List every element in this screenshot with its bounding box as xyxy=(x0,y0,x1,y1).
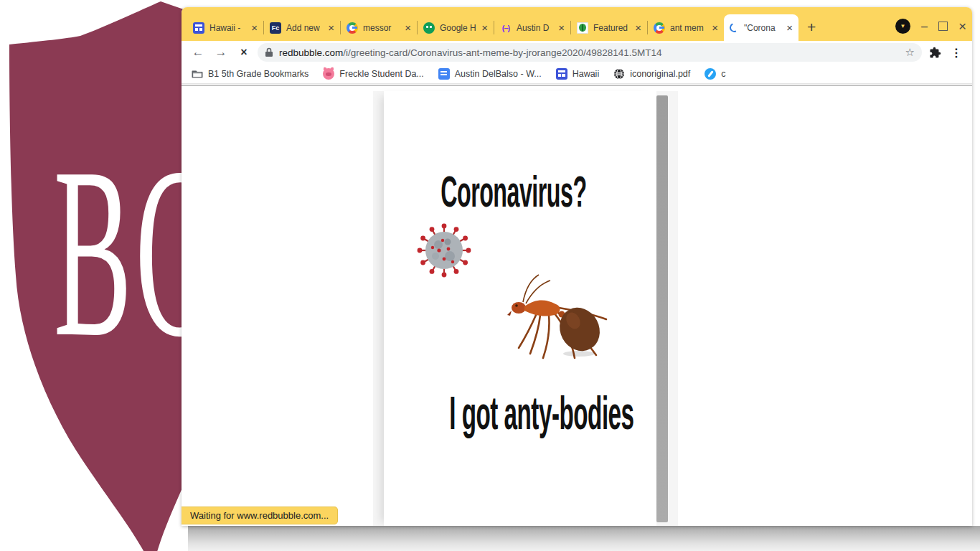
page-content: Coronavirus? xyxy=(182,85,972,526)
lock-icon xyxy=(265,47,273,57)
featured-favicon-icon xyxy=(577,22,588,34)
ant-image xyxy=(497,273,612,368)
card-caption: I got anty-bodies xyxy=(449,387,591,440)
card-spine xyxy=(656,95,668,522)
clever-favicon-icon: (–) xyxy=(500,22,512,34)
bookmark-folder-b1[interactable]: B1 5th Grade Bookmarks xyxy=(192,68,308,80)
bookmark-austin-delbalso[interactable]: Austin DelBalso - W... xyxy=(438,68,542,80)
tab-corona-active[interactable]: "Corona × xyxy=(724,14,798,41)
tab-strip: Hawaii - × Fc Add new × messor × Google … xyxy=(182,7,972,41)
globe-icon xyxy=(613,68,625,80)
tab-close-icon[interactable]: × xyxy=(712,22,718,33)
bookmark-hawaii[interactable]: Hawaii xyxy=(556,68,600,80)
new-tab-button[interactable]: + xyxy=(807,19,816,34)
pig-icon xyxy=(323,68,334,80)
compass-icon xyxy=(705,68,716,80)
tab-label: "Corona xyxy=(744,23,781,33)
window-drop-shadow xyxy=(188,526,980,551)
dashboard-icon xyxy=(556,68,567,80)
tab-austin[interactable]: (–) Austin D × xyxy=(494,14,570,41)
url-path: /i/greeting-card/Coronavirus-ant-meme-by… xyxy=(343,47,661,58)
coronavirus-image xyxy=(415,219,473,279)
extensions-puzzle-icon[interactable] xyxy=(926,44,943,61)
tab-close-icon[interactable]: × xyxy=(786,22,793,33)
tab-label: ant mem xyxy=(670,23,707,33)
bookmark-label: c xyxy=(721,69,725,79)
folder-icon xyxy=(192,68,203,80)
tab-close-icon[interactable]: × xyxy=(481,22,488,33)
loading-spinner-icon xyxy=(728,22,740,34)
tab-label: Austin D xyxy=(517,23,553,33)
tab-featured[interactable]: Featured × xyxy=(571,14,647,41)
google-favicon-icon xyxy=(347,22,358,34)
url-host: redbubble.com xyxy=(279,47,343,58)
greeting-card-image: Coronavirus? xyxy=(384,91,656,526)
caret-down-icon: ▼ xyxy=(900,23,906,29)
tab-google-hangouts[interactable]: Google H × xyxy=(418,14,494,41)
bookmark-iconoriginal-pdf[interactable]: iconoriginal.pdf xyxy=(613,68,690,80)
tab-close-icon[interactable]: × xyxy=(328,22,334,33)
tab-add-new[interactable]: Fc Add new × xyxy=(264,14,340,41)
toolbar: ← → × redbubble.com/i/greeting-card/Coro… xyxy=(182,41,972,64)
freckle-favicon-icon: Fc xyxy=(270,22,281,34)
forward-button[interactable]: → xyxy=(212,43,230,62)
browser-window: Hawaii - × Fc Add new × messor × Google … xyxy=(182,7,972,526)
bookmark-label: B1 5th Grade Bookmarks xyxy=(208,69,308,79)
window-controls: ▼ – × xyxy=(895,19,966,34)
stop-loading-button[interactable]: × xyxy=(235,43,253,62)
tab-label: Hawaii - xyxy=(209,23,246,33)
close-window-button[interactable]: × xyxy=(958,19,966,33)
url-text: redbubble.com/i/greeting-card/Coronaviru… xyxy=(279,47,900,58)
back-button[interactable]: ← xyxy=(189,43,207,62)
desktop: BC Hawaii - × Fc Add new × messor × xyxy=(0,0,980,551)
card-headline: Coronavirus? xyxy=(440,166,583,217)
bookmarks-bar: B1 5th Grade Bookmarks Freckle Student D… xyxy=(182,64,972,84)
minimize-button[interactable]: – xyxy=(921,21,928,32)
tab-close-icon[interactable]: × xyxy=(251,22,258,33)
dashboard-favicon-icon xyxy=(193,22,204,34)
tab-label: messor xyxy=(363,23,400,33)
bookmark-freckle[interactable]: Freckle Student Da... xyxy=(323,68,423,80)
bookmark-label: Austin DelBalso - W... xyxy=(455,69,542,79)
bookmark-label: iconoriginal.pdf xyxy=(630,69,690,79)
tab-hawaii[interactable]: Hawaii - × xyxy=(187,14,263,41)
tab-close-icon[interactable]: × xyxy=(558,22,565,33)
tab-messor[interactable]: messor × xyxy=(341,14,417,41)
bookmark-label: Freckle Student Da... xyxy=(339,69,423,79)
tab-label: Featured xyxy=(593,23,630,33)
bookmark-c[interactable]: c xyxy=(705,68,725,80)
tab-close-icon[interactable]: × xyxy=(405,22,411,33)
status-bubble: Waiting for www.redbubble.com... xyxy=(182,507,338,524)
maximize-button[interactable] xyxy=(938,22,948,31)
bookmark-star-icon[interactable]: ☆ xyxy=(905,46,915,59)
tab-search-button[interactable]: ▼ xyxy=(895,19,910,34)
tab-label: Google H xyxy=(440,23,476,33)
document-icon xyxy=(438,68,450,80)
hangouts-favicon-icon xyxy=(423,22,435,34)
bookmark-label: Hawaii xyxy=(573,69,600,79)
google-favicon-icon xyxy=(654,22,665,34)
address-bar[interactable]: redbubble.com/i/greeting-card/Coronaviru… xyxy=(258,43,922,62)
browser-menu-icon[interactable]: ⋮ xyxy=(948,44,965,61)
tab-label: Add new xyxy=(286,23,323,33)
tab-ant-meme[interactable]: ant mem × xyxy=(648,14,724,41)
tab-close-icon[interactable]: × xyxy=(635,22,641,33)
status-text: Waiting for www.redbubble.com... xyxy=(190,510,329,521)
